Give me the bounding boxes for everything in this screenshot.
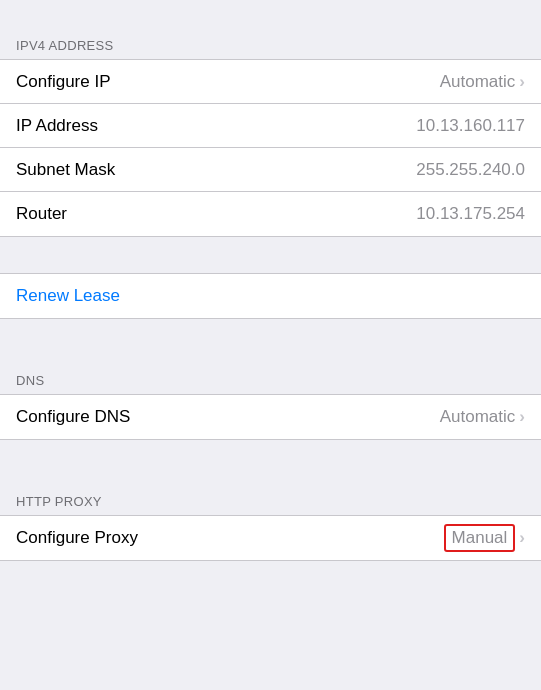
spacer-1: [0, 237, 541, 273]
router-row: Router 10.13.175.254: [0, 192, 541, 236]
configure-dns-row[interactable]: Configure DNS Automatic ›: [0, 395, 541, 439]
configure-dns-value: Automatic: [440, 407, 516, 427]
router-label: Router: [16, 204, 67, 224]
configure-proxy-row[interactable]: Configure Proxy Manual ›: [0, 516, 541, 560]
ipv4-section-header: IPV4 ADDRESS: [0, 20, 541, 59]
spacer-2: [0, 319, 541, 355]
configure-ip-chevron: ›: [519, 72, 525, 92]
dns-section-header: DNS: [0, 355, 541, 394]
http-proxy-section-header: HTTP PROXY: [0, 476, 541, 515]
router-value: 10.13.175.254: [416, 204, 525, 224]
top-spacer: [0, 0, 541, 20]
configure-proxy-value-container: Manual ›: [444, 524, 525, 552]
ip-address-label: IP Address: [16, 116, 98, 136]
configure-proxy-label: Configure Proxy: [16, 528, 138, 548]
configure-dns-chevron: ›: [519, 407, 525, 427]
configure-proxy-value: Manual: [444, 524, 516, 552]
ip-address-value-container: 10.13.160.117: [416, 116, 525, 136]
configure-ip-label: Configure IP: [16, 72, 111, 92]
ip-address-row: IP Address 10.13.160.117: [0, 104, 541, 148]
dns-table-group: Configure DNS Automatic ›: [0, 394, 541, 440]
renew-lease-label[interactable]: Renew Lease: [16, 286, 120, 306]
spacer-3: [0, 440, 541, 476]
subnet-mask-value-container: 255.255.240.0: [416, 160, 525, 180]
http-proxy-table-group: Configure Proxy Manual ›: [0, 515, 541, 561]
subnet-mask-value: 255.255.240.0: [416, 160, 525, 180]
configure-ip-value: Automatic: [440, 72, 516, 92]
configure-ip-value-container: Automatic ›: [440, 72, 525, 92]
configure-proxy-chevron: ›: [519, 528, 525, 548]
configure-dns-label: Configure DNS: [16, 407, 130, 427]
router-value-container: 10.13.175.254: [416, 204, 525, 224]
configure-dns-value-container: Automatic ›: [440, 407, 525, 427]
renew-lease-group: Renew Lease: [0, 273, 541, 319]
subnet-mask-row: Subnet Mask 255.255.240.0: [0, 148, 541, 192]
subnet-mask-label: Subnet Mask: [16, 160, 115, 180]
ip-address-value: 10.13.160.117: [416, 116, 525, 136]
ipv4-table-group: Configure IP Automatic › IP Address 10.1…: [0, 59, 541, 237]
renew-lease-row[interactable]: Renew Lease: [0, 274, 541, 318]
spacer-4: [0, 561, 541, 597]
configure-ip-row[interactable]: Configure IP Automatic ›: [0, 60, 541, 104]
